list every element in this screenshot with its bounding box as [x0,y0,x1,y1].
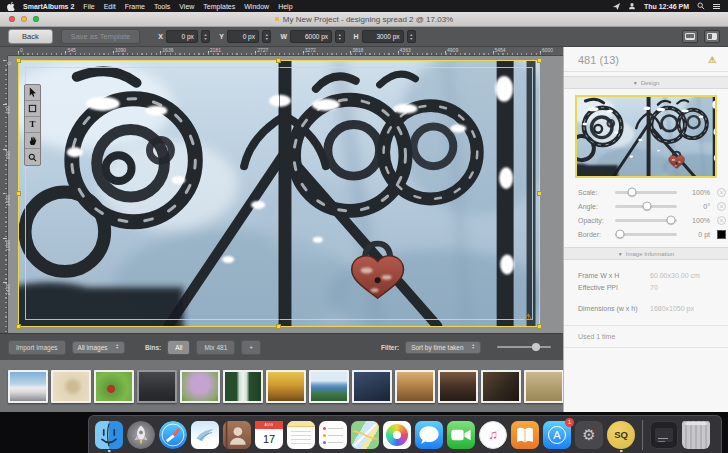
filmstrip-thumb-fantasy-scene[interactable] [352,370,392,403]
frame-tool-button[interactable] [25,101,40,117]
field-input-y[interactable]: 0 px [227,30,259,43]
dock-launchpad-icon[interactable] [127,421,155,449]
window-title-bar[interactable]: My New Project - designing spread 2 @ 17… [0,12,728,27]
dock-facetime-icon[interactable] [447,421,475,449]
thumbnail-size-slider-knob[interactable] [532,343,540,351]
resize-handle[interactable] [16,58,21,63]
dock-smartalbums-icon[interactable]: SQ [607,421,635,449]
dock-notes-icon[interactable] [287,421,315,449]
design-section-header[interactable]: ▼ Design [564,76,728,89]
opacity-slider[interactable] [615,219,677,222]
filmstrip-thumb-red-flower[interactable] [94,370,134,403]
back-button[interactable]: Back [8,29,53,44]
resize-handle[interactable] [276,58,281,63]
menu-item-view[interactable]: View [179,3,194,10]
resize-handle[interactable] [537,324,542,329]
slider-reset-button[interactable]: × [717,202,726,211]
dock-finder-icon[interactable] [95,421,123,449]
border-slider-knob[interactable] [615,230,624,239]
menubar-extra-plane-icon[interactable] [612,2,621,11]
resize-handle[interactable] [537,58,542,63]
dock-app-store-icon[interactable]: A 1 [543,421,571,449]
field-input-x[interactable]: 0 px [166,30,198,43]
low-resolution-warning-icon[interactable]: ⚠ [524,312,532,322]
field-stepper[interactable]: ▲▼ [407,30,416,43]
filmstrip-thumb-kite-field[interactable] [309,370,349,403]
slider-reset-button[interactable]: × [717,188,726,197]
dock-messages-icon[interactable] [415,421,443,449]
dock-trash-icon[interactable] [682,421,710,449]
filmstrip-thumb-canyon[interactable] [395,370,435,403]
apple-menu-icon[interactable] [7,2,15,11]
zoom-tool-button[interactable] [25,149,40,165]
angle-slider-knob[interactable] [643,202,652,211]
menu-item-file[interactable]: File [83,3,94,10]
dock-reminders-icon[interactable] [319,421,347,449]
field-input-h[interactable]: 3000 px [362,30,404,43]
notification-center-icon[interactable] [712,2,721,11]
dock-maps-icon[interactable] [351,421,379,449]
toggle-inspector-panel-button[interactable] [704,30,720,43]
filmstrip-thumb-car[interactable] [8,370,48,403]
dock-ibooks-icon[interactable] [511,421,539,449]
text-tool-button[interactable]: T [25,117,40,133]
bin-mix-481-button[interactable]: Mix 481 [196,340,235,355]
field-stepper[interactable]: ▲▼ [262,30,271,43]
filmstrip-thumb-dark-sunset[interactable] [438,370,478,403]
menu-item-edit[interactable]: Edit [104,3,116,10]
dock-photos-icon[interactable] [383,421,411,449]
filmstrip-thumb-lilac-flowers[interactable] [180,370,220,403]
spotlight-search-icon[interactable] [696,2,705,11]
scale-slider-knob[interactable] [628,188,637,197]
resize-handle[interactable] [276,324,281,329]
filmstrip-thumb-waterfall[interactable] [223,370,263,403]
selected-image-preview[interactable] [575,95,717,178]
angle-slider[interactable] [615,205,677,208]
menubar-extra-user-icon[interactable] [628,2,637,11]
dock-mail-icon[interactable] [191,421,219,449]
filmstrip-thumb-sand-partial[interactable] [524,370,563,403]
border-slider[interactable] [615,233,677,236]
toggle-filmstrip-panel-button[interactable] [682,30,698,43]
resize-handle[interactable] [16,191,21,196]
border-color-swatch[interactable] [717,230,726,239]
import-images-button[interactable]: Import Images [8,340,66,355]
resize-handle[interactable] [537,191,542,196]
menu-item-help[interactable]: Help [278,3,292,10]
hand-tool-button[interactable] [25,133,40,149]
filmstrip-thumb-autumn-trees[interactable] [266,370,306,403]
slider-row-angle: Angle:0°× [564,199,728,213]
dock-contacts-icon[interactable] [223,421,251,449]
menu-item-smartalbums-2[interactable]: SmartAlbums 2 [23,3,74,10]
sort-dropdown[interactable]: Sort by time taken ▲▼ [405,341,481,354]
scale-slider[interactable] [615,191,677,194]
dock-calendar-icon[interactable]: AUG 17 [255,421,283,449]
menu-item-tools[interactable]: Tools [154,3,170,10]
save-as-template-button[interactable]: Save as Template [61,29,140,44]
filmstrip-thumb-lace-ornament[interactable] [51,370,91,403]
menu-item-templates[interactable]: Templates [203,3,235,10]
dock-documents-folder-icon[interactable] [650,421,678,449]
menu-item-frame[interactable]: Frame [125,3,145,10]
menu-item-window[interactable]: Window [244,3,269,10]
field-stepper[interactable]: ▲▼ [335,30,344,43]
menu-bar-clock[interactable]: Thu 12:46 PM [644,3,689,10]
bin-all-button[interactable]: All [167,340,190,355]
select-tool-button[interactable] [25,85,40,101]
filmstrip-thumb-night-scene[interactable] [481,370,521,403]
field-stepper[interactable]: ▲▼ [201,30,210,43]
filmstrip-thumb-gate-used[interactable] [137,370,177,403]
slider-reset-button[interactable]: × [717,216,726,225]
image-information-section-header[interactable]: ▼ Image Information [564,247,728,260]
image-warning-icon[interactable]: ⚠ [708,55,716,65]
opacity-slider-knob[interactable] [666,216,675,225]
field-input-w[interactable]: 6000 px [290,30,332,43]
thumbnail-size-slider[interactable] [497,346,551,348]
image-source-dropdown[interactable]: All images ▲▼ [72,341,125,354]
dock-safari-icon[interactable] [159,421,187,449]
spread-image-frame[interactable]: ⚠ [18,60,540,327]
resize-handle[interactable] [16,324,21,329]
dock-system-preferences-icon[interactable]: ⚙ [575,421,603,449]
dock-itunes-icon[interactable]: ♫ [479,421,507,449]
add-bin-button[interactable]: + [241,340,261,355]
